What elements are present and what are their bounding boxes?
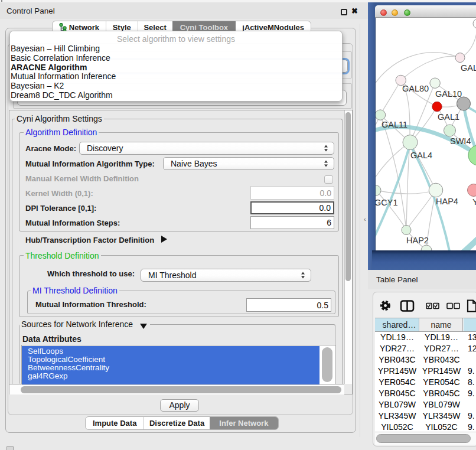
svg-text:SWI4: SWI4: [450, 136, 471, 146]
svg-text:GAL11: GAL11: [382, 120, 407, 129]
svg-text:GAL10: GAL10: [435, 89, 462, 99]
svg-text:HAP2: HAP2: [406, 236, 429, 245]
svg-text:YM: YM: [472, 197, 476, 207]
svg-text:GAL7: GAL7: [461, 63, 476, 73]
svg-text:HAP4: HAP4: [436, 197, 458, 206]
svg-text:GAL1: GAL1: [438, 112, 459, 122]
svg-text:GAL4: GAL4: [410, 151, 432, 160]
svg-text:GAL80: GAL80: [402, 84, 429, 93]
svg-text:GCY1: GCY1: [376, 198, 398, 207]
